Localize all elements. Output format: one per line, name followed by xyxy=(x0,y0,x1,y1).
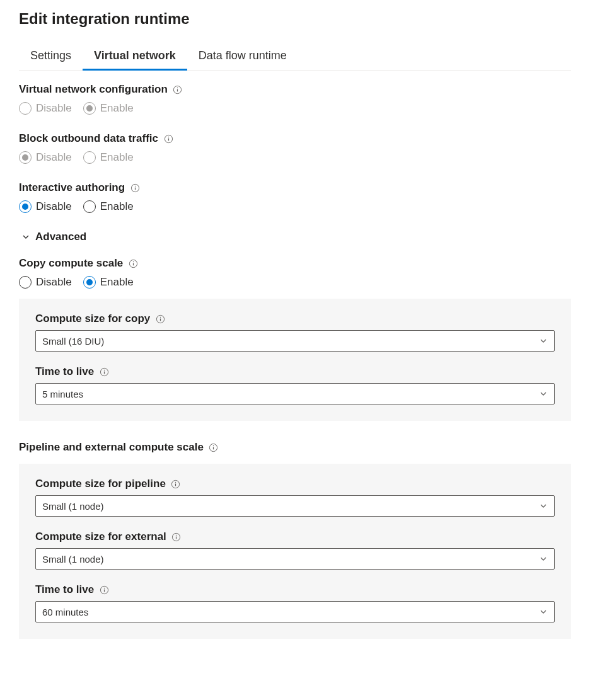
svg-point-20 xyxy=(213,445,214,445)
copy-enable-radio[interactable]: Enable xyxy=(83,276,134,289)
interactive-authoring-group: Interactive authoring Disable Enable xyxy=(19,181,571,213)
select-value: Small (1 node) xyxy=(42,501,104,512)
radio-label: Disable xyxy=(36,276,72,289)
copy-compute-label: Copy compute scale xyxy=(19,257,123,270)
svg-point-29 xyxy=(104,587,105,588)
vnet-enable-radio: Enable xyxy=(83,102,134,115)
interactive-authoring-label: Interactive authoring xyxy=(19,181,125,194)
radio-label: Disable xyxy=(36,102,72,115)
compute-size-copy-label: Compute size for copy xyxy=(35,313,150,325)
block-outbound-label: Block outbound data traffic xyxy=(19,132,158,145)
compute-size-pipeline-select[interactable]: Small (1 node) xyxy=(35,495,555,517)
vnet-disable-radio: Disable xyxy=(19,102,72,115)
copy-compute-group: Copy compute scale Disable Enable xyxy=(19,257,571,289)
info-icon[interactable] xyxy=(171,532,182,542)
svg-point-26 xyxy=(176,534,176,535)
advanced-label: Advanced xyxy=(35,231,86,243)
svg-point-17 xyxy=(104,369,105,370)
compute-size-copy-select[interactable]: Small (16 DIU) xyxy=(35,330,555,352)
interactive-enable-radio[interactable]: Enable xyxy=(83,200,134,213)
radio-label: Enable xyxy=(100,151,134,164)
chevron-down-icon xyxy=(539,336,548,345)
advanced-toggle[interactable]: Advanced xyxy=(19,231,571,243)
svg-point-11 xyxy=(133,261,134,261)
compute-size-external-label: Compute size for external xyxy=(35,531,166,543)
svg-point-8 xyxy=(134,185,135,186)
tab-settings[interactable]: Settings xyxy=(19,44,83,71)
pipeline-ttl-select[interactable]: 60 minutes xyxy=(35,601,555,623)
tab-data-flow-runtime[interactable]: Data flow runtime xyxy=(187,44,298,71)
info-icon[interactable] xyxy=(173,84,183,95)
info-icon[interactable] xyxy=(99,585,109,595)
page-title: Edit integration runtime xyxy=(19,10,571,28)
block-enable-radio: Enable xyxy=(83,151,134,164)
radio-label: Enable xyxy=(100,200,134,213)
radio-label: Disable xyxy=(36,151,72,164)
pipeline-external-panel: Compute size for pipeline Small (1 node)… xyxy=(19,464,571,639)
vnet-config-label: Virtual network configuration xyxy=(19,83,168,96)
info-icon[interactable] xyxy=(171,479,181,489)
svg-point-5 xyxy=(168,136,168,137)
interactive-disable-radio[interactable]: Disable xyxy=(19,200,72,213)
radio-label: Enable xyxy=(100,102,134,115)
copy-ttl-select[interactable]: 5 minutes xyxy=(35,383,555,405)
tabs: Settings Virtual network Data flow runti… xyxy=(19,44,571,71)
svg-point-2 xyxy=(177,87,178,88)
compute-size-external-select[interactable]: Small (1 node) xyxy=(35,548,555,570)
block-disable-radio: Disable xyxy=(19,151,72,164)
select-value: 60 minutes xyxy=(42,607,88,617)
chevron-down-icon xyxy=(539,502,548,510)
pipeline-external-heading: Pipeline and external compute scale xyxy=(19,441,204,454)
copy-ttl-label: Time to live xyxy=(35,365,94,378)
chevron-down-icon xyxy=(539,554,548,563)
info-icon[interactable] xyxy=(128,258,138,268)
info-icon[interactable] xyxy=(209,442,219,452)
radio-label: Enable xyxy=(100,276,134,289)
block-outbound-group: Block outbound data traffic Disable Enab… xyxy=(19,132,571,164)
info-icon[interactable] xyxy=(99,367,109,377)
compute-size-pipeline-label: Compute size for pipeline xyxy=(35,478,166,490)
copy-disable-radio[interactable]: Disable xyxy=(19,276,72,289)
chevron-down-icon xyxy=(539,389,548,398)
tab-virtual-network[interactable]: Virtual network xyxy=(83,44,187,71)
chevron-down-icon xyxy=(21,232,30,241)
chevron-down-icon xyxy=(539,607,548,616)
svg-point-23 xyxy=(175,481,176,482)
info-icon[interactable] xyxy=(163,134,173,144)
select-value: 5 minutes xyxy=(42,389,83,399)
select-value: Small (16 DIU) xyxy=(42,336,104,347)
copy-compute-panel: Compute size for copy Small (16 DIU) Tim… xyxy=(19,299,571,421)
svg-point-14 xyxy=(160,316,161,317)
vnet-config-group: Virtual network configuration Disable En… xyxy=(19,83,571,115)
pipeline-ttl-label: Time to live xyxy=(35,583,94,596)
info-icon[interactable] xyxy=(130,183,140,193)
select-value: Small (1 node) xyxy=(42,554,104,565)
info-icon[interactable] xyxy=(155,314,165,324)
radio-label: Disable xyxy=(36,200,72,213)
